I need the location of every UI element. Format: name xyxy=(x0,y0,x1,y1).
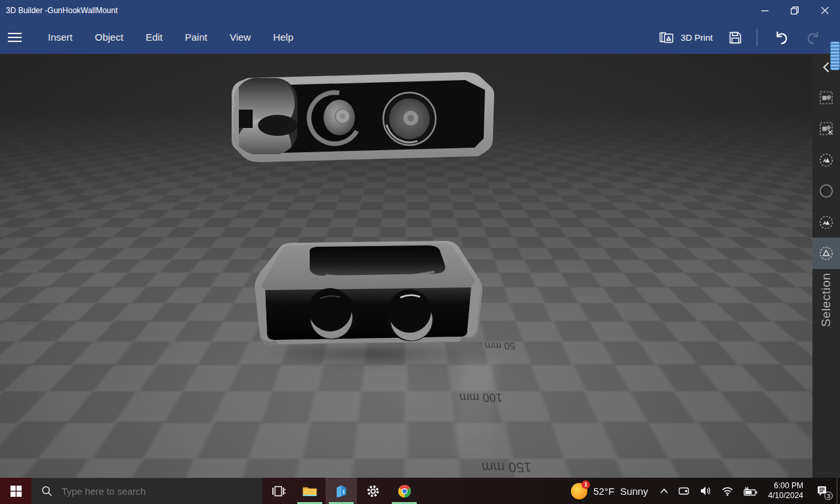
weather-sun-icon: 1 xyxy=(571,483,587,499)
restore-icon xyxy=(791,7,799,14)
select-multiple-icon xyxy=(819,91,833,105)
search-icon xyxy=(41,486,52,497)
tool-multi-object-select[interactable] xyxy=(812,207,840,238)
redo-icon xyxy=(806,30,822,46)
file-explorer-button[interactable] xyxy=(294,478,326,504)
weather-badge: 1 xyxy=(581,480,590,489)
tool-select-scene-object[interactable] xyxy=(812,144,840,175)
model-top-bracket[interactable] xyxy=(228,66,497,165)
menu-view[interactable]: View xyxy=(219,21,262,54)
file-explorer-icon xyxy=(302,484,318,497)
undo-button[interactable] xyxy=(764,21,797,54)
chevron-left-icon xyxy=(823,62,830,73)
chrome-button[interactable] xyxy=(388,478,420,504)
restore-button[interactable] xyxy=(780,0,810,21)
selection-sidebar: Selection xyxy=(812,54,840,478)
show-desktop-button[interactable] xyxy=(837,478,840,504)
display-tray-button[interactable] xyxy=(673,478,695,504)
search-input[interactable] xyxy=(62,486,239,497)
menubar-actions: 3D Print xyxy=(651,21,831,54)
deselect-icon xyxy=(819,121,833,136)
save-icon xyxy=(728,31,742,45)
tool-select-multiple[interactable] xyxy=(812,82,840,113)
volume-button[interactable] xyxy=(695,478,717,504)
notification-count-badge: 3 xyxy=(824,492,833,500)
scene-select-icon xyxy=(819,153,833,167)
close-button[interactable] xyxy=(810,0,840,21)
builder-app-icon xyxy=(334,484,348,498)
multi-object-icon xyxy=(819,215,833,230)
network-button[interactable] xyxy=(717,478,738,504)
titlebar: 3D Builder -GunHookWallMount xyxy=(0,0,840,21)
clock-time: 6:00 PM xyxy=(768,481,803,491)
wifi-icon xyxy=(721,486,734,496)
window-title: 3D Builder -GunHookWallMount xyxy=(6,0,117,21)
battery-button[interactable] xyxy=(738,478,763,504)
clock[interactable]: 6:00 PM 4/10/2024 xyxy=(763,481,809,501)
menu-paint[interactable]: Paint xyxy=(174,21,219,54)
weather-temp: 52°F xyxy=(593,486,614,497)
settings-icon xyxy=(366,484,380,498)
3d-print-button[interactable]: 3D Print xyxy=(651,21,721,54)
window-controls xyxy=(749,0,840,21)
battery-icon xyxy=(743,486,758,496)
weather-condition: Sunny xyxy=(620,486,648,497)
minimize-icon xyxy=(761,7,768,14)
model-bottom-bracket[interactable] xyxy=(242,236,491,348)
menubar: Insert Object Edit Paint View Help 3D Pr… xyxy=(0,21,840,54)
panel-scrollbar[interactable] xyxy=(831,42,839,70)
toolbar-divider xyxy=(757,29,757,46)
task-view-icon xyxy=(272,485,285,497)
3d-builder-taskbar-button[interactable] xyxy=(326,478,357,504)
circle-icon xyxy=(819,184,833,198)
menu-edit[interactable]: Edit xyxy=(135,21,174,54)
tool-circle-select[interactable] xyxy=(812,175,840,206)
menu-object[interactable]: Object xyxy=(84,21,135,54)
task-view-button[interactable] xyxy=(262,478,294,504)
taskbar: 1 52°F Sunny xyxy=(0,478,840,504)
screen-icon xyxy=(678,486,690,496)
print-icon xyxy=(659,31,675,44)
chevron-up-icon xyxy=(660,488,669,494)
tool-object-select[interactable] xyxy=(812,238,840,269)
start-icon xyxy=(10,486,22,497)
clock-date: 4/10/2024 xyxy=(768,491,803,501)
minimize-button[interactable] xyxy=(749,0,780,21)
taskbar-search[interactable] xyxy=(32,478,262,504)
viewport-3d-canvas[interactable]: 50 mm 100 mm 150 mm 150 mm 200 mm xyxy=(0,54,812,478)
undo-icon xyxy=(772,30,789,46)
tool-deselect-multiple[interactable] xyxy=(812,113,840,144)
hamburger-menu-button[interactable] xyxy=(0,21,29,54)
3d-print-label: 3D Print xyxy=(681,33,713,43)
panel-title-selection: Selection xyxy=(819,273,833,327)
start-button[interactable] xyxy=(0,478,32,504)
weather-widget[interactable]: 1 52°F Sunny xyxy=(564,478,654,504)
close-icon xyxy=(821,7,829,14)
menu-insert[interactable]: Insert xyxy=(37,21,84,54)
settings-button[interactable] xyxy=(357,478,388,504)
save-button[interactable] xyxy=(721,21,750,54)
3d-builder-window: 3D Builder -GunHookWallMount Insert Obje… xyxy=(0,0,840,504)
hamburger-icon xyxy=(8,33,22,34)
hidden-icons-button[interactable] xyxy=(655,478,673,504)
chrome-icon xyxy=(397,484,412,499)
menu-help[interactable]: Help xyxy=(262,21,304,54)
redo-button[interactable] xyxy=(797,21,831,54)
volume-icon xyxy=(700,486,712,496)
object-select-icon xyxy=(819,246,833,261)
menu-items: Insert Object Edit Paint View Help xyxy=(37,21,304,54)
action-center-button[interactable]: 3 xyxy=(809,478,837,504)
system-tray: 1 52°F Sunny xyxy=(564,478,840,504)
